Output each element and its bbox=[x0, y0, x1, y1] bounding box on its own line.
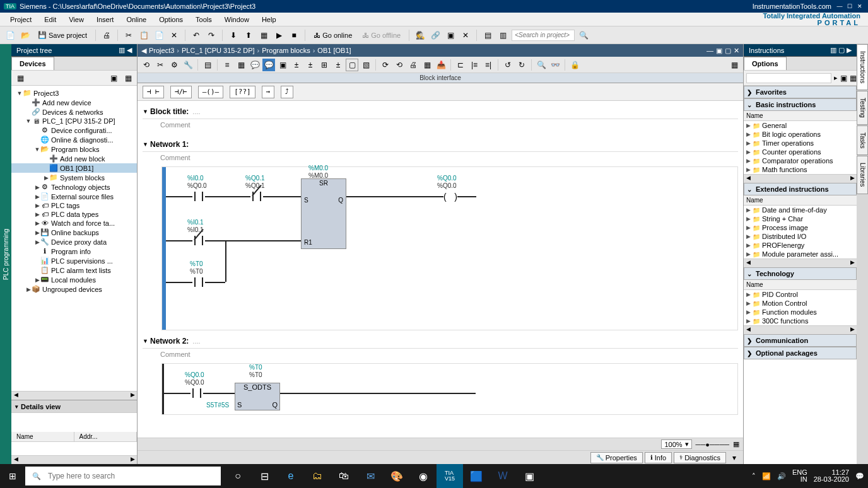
collapse-icon[interactable]: ▥ bbox=[119, 46, 125, 54]
favorites-group[interactable]: ❯Favorites bbox=[744, 86, 857, 98]
menu-tools[interactable]: Tools bbox=[189, 14, 218, 25]
et-icon[interactable]: ▢ bbox=[346, 59, 358, 71]
network-2-body[interactable]: %Q0.0 %Q0.0 S_ODTS S Q %T0 %T0 S5T#5S bbox=[161, 363, 738, 415]
tia-icon[interactable]: TIAV15 bbox=[437, 464, 463, 488]
tree-item[interactable]: ▶📟Local modules bbox=[11, 275, 137, 284]
et-icon[interactable]: ▦ bbox=[421, 59, 433, 71]
network-2-comment[interactable]: Comment bbox=[143, 349, 738, 363]
optpkg-group[interactable]: ❯Optional packages bbox=[744, 347, 857, 359]
et-icon[interactable]: ▤ bbox=[201, 59, 214, 71]
tree-item[interactable]: ▶👁Watch and force ta... bbox=[11, 219, 137, 228]
instr-btn[interactable]: ▢ bbox=[838, 46, 845, 54]
compile-icon[interactable]: ▦ bbox=[257, 29, 270, 42]
tree-item[interactable]: ℹProgram info bbox=[11, 247, 137, 256]
upload-icon[interactable]: ⬆ bbox=[242, 29, 255, 42]
instruction-folder[interactable]: ▶📁Counter operations bbox=[744, 148, 857, 156]
zoom-fit-icon[interactable]: ▦ bbox=[733, 440, 739, 448]
coil-icon[interactable]: –()– bbox=[198, 86, 224, 98]
menu-edit[interactable]: Edit bbox=[38, 14, 62, 25]
tree-item[interactable]: ➕Add new block bbox=[11, 154, 137, 163]
nc-contact-icon[interactable]: ⊣/⊢ bbox=[170, 86, 192, 98]
et-icon[interactable]: ▣ bbox=[276, 59, 289, 71]
tree-item[interactable]: ▶🏷PLC data types bbox=[11, 210, 137, 219]
menu-window[interactable]: Window bbox=[218, 14, 255, 25]
et-icon[interactable]: 🔒 bbox=[568, 59, 581, 71]
taskbar-search[interactable]: 🔍 bbox=[25, 467, 221, 485]
no-contact-icon[interactable]: ⊣ ⊢ bbox=[143, 86, 164, 98]
inspector-collapse-icon[interactable]: ▾ bbox=[728, 451, 741, 464]
devices-tab[interactable]: Devices bbox=[11, 57, 54, 70]
et-icon[interactable]: ⚙ bbox=[168, 59, 180, 71]
tree-item[interactable]: ▶💾Online backups bbox=[11, 228, 137, 237]
empty-box-icon[interactable]: [??] bbox=[230, 86, 255, 98]
side-tab-testing[interactable]: Testing bbox=[857, 91, 868, 125]
tree-item[interactable]: ▼📁Project3 bbox=[11, 88, 137, 98]
instruction-folder[interactable]: ▶📁Function modules bbox=[744, 308, 857, 317]
split-h-icon[interactable]: ▤ bbox=[481, 29, 494, 42]
et-icon[interactable]: ⟲ bbox=[140, 59, 153, 71]
cortana-icon[interactable]: ○ bbox=[225, 464, 251, 488]
menu-help[interactable]: Help bbox=[255, 14, 283, 25]
et-icon[interactable]: 🖨 bbox=[407, 59, 419, 71]
explorer-icon[interactable]: 🗂 bbox=[304, 464, 331, 488]
speaker-icon[interactable]: 🔊 bbox=[777, 472, 786, 480]
open-branch-icon[interactable]: → bbox=[262, 86, 275, 98]
close-button[interactable]: ✕ bbox=[855, 2, 864, 11]
copy-icon[interactable]: 📋 bbox=[138, 29, 150, 42]
block-title-header[interactable]: ▼Block title:.... bbox=[143, 105, 738, 119]
opt-btn[interactable]: ▦ bbox=[850, 72, 857, 84]
menu-online[interactable]: Online bbox=[120, 14, 153, 25]
close-tab-icon[interactable]: ✕ bbox=[459, 29, 472, 42]
maximize-button[interactable]: ☐ bbox=[845, 2, 854, 11]
side-tab-instructions[interactable]: Instructions bbox=[857, 44, 868, 90]
word-icon[interactable]: W bbox=[490, 464, 516, 488]
scroll-left2[interactable]: ◀ bbox=[11, 456, 20, 464]
et-icon[interactable]: 💬 bbox=[262, 59, 275, 71]
network-1-header[interactable]: ▼Network 1: bbox=[143, 137, 738, 152]
tree-item[interactable]: ⚙Device configurati... bbox=[11, 125, 137, 135]
save-project-button[interactable]: 💾 Save project bbox=[34, 29, 91, 42]
tree-item[interactable]: ▼📂Program blocks bbox=[11, 144, 137, 154]
tree-item[interactable]: 📋PLC alarm text lists bbox=[11, 265, 137, 275]
instruction-folder[interactable]: ▶📁Comparator operations bbox=[744, 156, 857, 165]
bc-back-icon[interactable]: ◀ bbox=[141, 47, 146, 55]
side-tab-tasks[interactable]: Tasks bbox=[857, 125, 868, 156]
menu-project[interactable]: Project bbox=[4, 14, 38, 25]
et-icon[interactable]: ± bbox=[304, 59, 317, 71]
instruction-folder[interactable]: ▶📁300C functions bbox=[744, 317, 857, 325]
instruction-folder[interactable]: ▶📁Distributed I/O bbox=[744, 232, 857, 241]
instruction-folder[interactable]: ▶📁String + Char bbox=[744, 214, 857, 223]
et-icon[interactable]: ⟳ bbox=[379, 59, 392, 71]
menu-view[interactable]: View bbox=[62, 14, 90, 25]
et-icon[interactable]: ⟲ bbox=[393, 59, 406, 71]
instr-btn[interactable]: ▥ bbox=[830, 46, 836, 54]
zoom-slider[interactable]: ──●──── bbox=[696, 441, 729, 448]
mail-icon[interactable]: ✉ bbox=[357, 464, 384, 488]
et-icon[interactable]: ✂ bbox=[154, 59, 167, 71]
tree-item[interactable]: ➕Add new device bbox=[11, 98, 137, 107]
tree-button-2[interactable]: ▣ bbox=[107, 72, 120, 84]
basic-group[interactable]: ⌄Basic instructions bbox=[744, 98, 857, 111]
et-icon[interactable]: 🔧 bbox=[182, 59, 194, 71]
app2-icon[interactable]: ▣ bbox=[516, 464, 542, 488]
window-close-icon[interactable]: ✕ bbox=[734, 47, 739, 55]
go-online-button[interactable]: 🖧 Go online bbox=[310, 29, 356, 42]
notifications-icon[interactable]: 💬 bbox=[855, 472, 864, 480]
start-icon[interactable]: ▶ bbox=[273, 29, 285, 42]
download-icon[interactable]: ⬇ bbox=[227, 29, 240, 42]
chrome-icon[interactable]: ◉ bbox=[410, 464, 437, 488]
et-icon[interactable]: ⊏ bbox=[454, 59, 467, 71]
tree-button-3[interactable]: ▦ bbox=[122, 72, 134, 84]
et-icon[interactable]: ≡| bbox=[482, 59, 495, 71]
split-v-icon[interactable]: ▥ bbox=[496, 29, 509, 42]
instruction-folder[interactable]: ▶📁PID Control bbox=[744, 290, 857, 299]
app-icon[interactable]: 🟦 bbox=[463, 464, 490, 488]
window-max-icon[interactable]: ▢ bbox=[725, 47, 731, 55]
block-interface-bar[interactable]: Block interface bbox=[138, 73, 743, 83]
window-min-icon[interactable]: — bbox=[707, 47, 713, 54]
et-icon[interactable]: ± bbox=[332, 59, 344, 71]
start-button[interactable]: ⊞ bbox=[0, 464, 25, 488]
paint-icon[interactable]: 🎨 bbox=[384, 464, 410, 488]
timer-block[interactable]: S_ODTS S Q bbox=[235, 383, 280, 410]
tree-item[interactable]: 🔗Devices & networks bbox=[11, 107, 137, 117]
